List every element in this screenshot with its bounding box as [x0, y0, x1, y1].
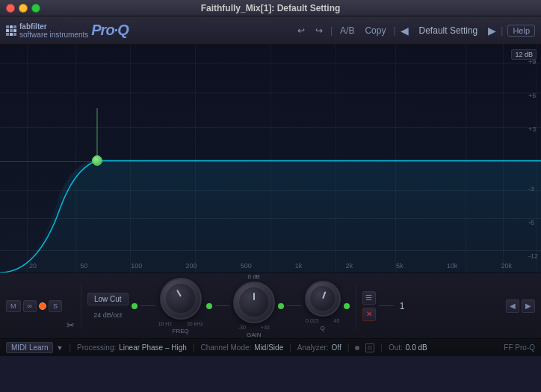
processing-area: Processing: Linear Phase – High [77, 343, 187, 352]
sep-2 [356, 284, 356, 329]
freq-500: 500 [241, 262, 252, 270]
freq-20k: 20k [501, 262, 512, 270]
logo-dot-8 [10, 33, 13, 36]
freq-100: 100 [131, 262, 142, 270]
band-active-dot-2 [206, 303, 212, 309]
gain-min: -30 [238, 325, 246, 330]
freq-labels: 20 50 100 200 500 1k 2k 5k 10k 20k [0, 262, 541, 270]
band-type-area: Low Cut 24 dB/oct [87, 293, 129, 319]
status-sep-1: | [69, 343, 71, 352]
logo-dot-2 [10, 25, 13, 28]
loop-sq-button[interactable]: ☰ [362, 291, 376, 305]
help-button[interactable]: Help [507, 25, 535, 37]
undo-button[interactable]: ↩ [294, 24, 308, 37]
freq-5k: 5k [396, 262, 404, 270]
analyzer-label: Analyzer: [297, 343, 329, 352]
preset-name: Default Setting [413, 25, 484, 36]
header-sep1: | [330, 25, 333, 36]
controls-row: M ∞ S ✂ Low Cut 24 dB/oct 10 Hz 30 kHz F… [0, 273, 541, 338]
freq-knob-inner [166, 284, 196, 314]
channel-label: Channel Mode: [200, 343, 251, 352]
plugin-header: fabfilter software instruments Pro·Q ↩ ↪… [0, 16, 541, 45]
band-next-button[interactable]: ▶ [522, 299, 535, 313]
logo-subtitle: software instruments [19, 31, 88, 39]
status-sep-5: | [380, 343, 383, 352]
eq-curve [0, 45, 541, 273]
slope-label: 24 dB/oct [93, 311, 122, 319]
freq-knob-indicator [176, 289, 182, 296]
band-active-dot-1 [132, 303, 137, 309]
band-prev-button[interactable]: ◀ [506, 299, 519, 313]
freq-10k: 10k [447, 262, 458, 270]
loop-status-icon: ⊡ [365, 343, 374, 352]
channel-mode-area: Channel Mode: Mid/Side [200, 343, 283, 352]
freq-label: FREQ [173, 328, 189, 335]
record-button[interactable] [39, 302, 46, 310]
band-1-handle[interactable] [92, 155, 102, 166]
freq-knob[interactable] [160, 278, 202, 320]
x-button[interactable]: ✕ [362, 308, 376, 321]
s-button[interactable]: S [49, 300, 62, 312]
out-value: 0.0 dB [406, 343, 427, 352]
gain-range: -30 +30 [238, 325, 270, 330]
right-buttons: ☰ ✕ [362, 291, 376, 321]
dash-line-2 [215, 305, 230, 306]
dash-line-3 [287, 305, 302, 306]
preset-next-button[interactable]: ▶ [488, 25, 496, 37]
q-max: 40 [334, 318, 340, 323]
db-labels: +9 +6 +3 -3 -6 -12 [528, 45, 538, 273]
logo-dot-4 [6, 29, 9, 32]
band-active-dot-4 [344, 303, 350, 309]
freq-2k: 2k [345, 262, 353, 270]
m-button[interactable]: M [6, 300, 21, 312]
logo-dot-5 [10, 29, 13, 32]
freq-1k: 1k [295, 262, 303, 270]
freq-knob-group: 10 Hz 30 kHz FREQ [158, 278, 203, 335]
window-controls [6, 4, 40, 13]
copy-button[interactable]: Copy [362, 24, 389, 37]
redo-button[interactable]: ↪ [312, 24, 326, 37]
freq-max: 30 kHz [187, 321, 203, 326]
maximize-button[interactable] [31, 4, 40, 13]
midi-learn-area: MIDI Learn ▼ [6, 342, 63, 353]
q-knob-group: 0.025 40 Q [305, 281, 341, 332]
band-active-dot-3 [278, 303, 284, 309]
logo-dot-9 [13, 33, 16, 36]
header-sep3: | [501, 25, 503, 36]
ab-button[interactable]: A/B [337, 24, 357, 37]
freq-200: 200 [186, 262, 197, 270]
scissors-icon[interactable]: ✂ [67, 320, 75, 331]
db-label-m6: -6 [528, 219, 538, 226]
q-min: 0.025 [306, 318, 319, 323]
sep-1 [81, 284, 81, 329]
logo-grid-icon [6, 25, 16, 36]
gain-knob[interactable] [233, 281, 275, 323]
logo-dot-7 [6, 33, 9, 36]
band-number: 1 [397, 301, 408, 311]
status-sep-4: | [347, 343, 350, 352]
status-sep-2: | [193, 343, 195, 352]
q-knob[interactable] [305, 281, 341, 317]
header-sep2: | [393, 25, 395, 36]
gain-max: +30 [261, 325, 270, 330]
logo-proq: Pro·Q [91, 22, 128, 39]
midi-learn-button[interactable]: MIDI Learn [6, 342, 53, 353]
processing-value: Linear Phase – High [119, 343, 187, 352]
preset-prev-button[interactable]: ◀ [401, 25, 409, 37]
band-type-button[interactable]: Low Cut [87, 293, 129, 305]
midi-arrow-icon[interactable]: ▼ [56, 344, 63, 352]
gain-knob-group: 0 dB -30 +30 GAIN [233, 273, 275, 338]
freq-range: 10 Hz 30 kHz [158, 321, 203, 326]
db-label-m12: -12 [528, 252, 538, 260]
loop-button[interactable]: ∞ [23, 300, 37, 312]
freq-50: 50 [80, 262, 87, 270]
minimize-button[interactable] [19, 4, 28, 13]
eq-display[interactable]: +9 +6 +3 -3 -6 -12 12 dB 20 50 100 200 5… [0, 45, 541, 273]
window-title: Faithfully_Mix[1]: Default Setting [201, 3, 341, 13]
logo: fabfilter software instruments Pro·Q [6, 22, 129, 39]
freq-20: 20 [29, 262, 37, 270]
logo-text: fabfilter software instruments [19, 22, 88, 39]
close-button[interactable] [6, 4, 15, 13]
analyzer-area: Analyzer: Off [297, 343, 341, 352]
status-bar: MIDI Learn ▼ | Processing: Linear Phase … [0, 338, 541, 356]
